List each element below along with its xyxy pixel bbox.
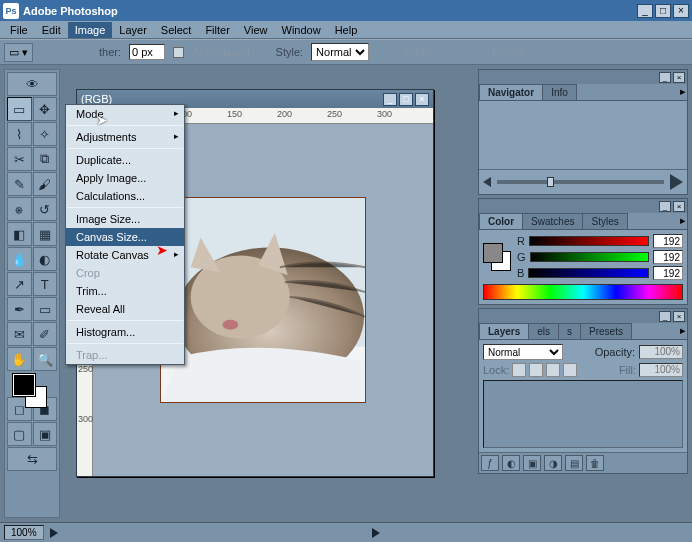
panel-menu-button[interactable]: ▸ — [680, 324, 686, 338]
panel-close-button[interactable]: × — [673, 201, 685, 212]
mi-reveal-all[interactable]: Reveal All — [66, 300, 184, 318]
brush-tool[interactable]: 🖌 — [33, 172, 58, 196]
lasso-tool[interactable]: ⌇ — [7, 122, 32, 146]
new-layer-button[interactable]: ▤ — [565, 455, 583, 471]
doc-maximize-button[interactable]: □ — [399, 93, 413, 106]
notes-tool[interactable]: ✉ — [7, 322, 32, 346]
menu-help[interactable]: Help — [328, 22, 365, 38]
panel-minimize-button[interactable]: _ — [659, 311, 671, 322]
menu-select[interactable]: Select — [154, 22, 199, 38]
gradient-tool[interactable]: ▦ — [33, 222, 58, 246]
r-slider[interactable] — [529, 236, 649, 246]
zoom-tool[interactable]: 🔍 — [33, 347, 58, 371]
menu-edit[interactable]: Edit — [35, 22, 68, 38]
lock-transparency-button[interactable] — [512, 363, 526, 377]
color-swatches[interactable] — [7, 372, 57, 408]
b-slider[interactable] — [528, 268, 649, 278]
marquee-tool[interactable]: ▭ — [7, 97, 32, 121]
menu-view[interactable]: View — [237, 22, 275, 38]
tab-layers[interactable]: Layers — [479, 323, 529, 339]
status-next-icon[interactable] — [372, 528, 380, 538]
navigator-preview[interactable] — [479, 101, 687, 169]
panel-minimize-button[interactable]: _ — [659, 201, 671, 212]
eraser-tool[interactable]: ◧ — [7, 222, 32, 246]
pen-tool[interactable]: ✒ — [7, 297, 32, 321]
layer-style-button[interactable]: ƒ — [481, 455, 499, 471]
zoom-field[interactable]: 100% — [4, 525, 44, 540]
feather-input[interactable] — [129, 44, 165, 60]
slice-tool[interactable]: ⧉ — [33, 147, 58, 171]
hand-tool[interactable]: ✋ — [7, 347, 32, 371]
adjustment-layer-button[interactable]: ◑ — [544, 455, 562, 471]
panel-menu-button[interactable]: ▸ — [680, 85, 686, 99]
menu-file[interactable]: File — [3, 22, 35, 38]
g-slider[interactable] — [530, 252, 649, 262]
canvas[interactable] — [160, 197, 366, 403]
tool-preset-selector[interactable]: ▭ ▾ — [4, 43, 33, 62]
menu-image[interactable]: Image — [68, 22, 113, 38]
heal-tool[interactable]: ✎ — [7, 172, 32, 196]
panel-close-button[interactable]: × — [673, 72, 685, 83]
tab-presets[interactable]: Presets — [580, 323, 632, 339]
new-set-button[interactable]: ▣ — [523, 455, 541, 471]
zoom-in-icon[interactable] — [670, 174, 683, 190]
layer-mask-button[interactable]: ◐ — [502, 455, 520, 471]
blend-mode-select[interactable]: Normal — [483, 344, 563, 360]
status-menu-icon[interactable] — [50, 528, 58, 538]
eyedropper-tool[interactable]: ✐ — [33, 322, 58, 346]
screen-mode-1[interactable]: ▢ — [7, 422, 32, 446]
path-tool[interactable]: ↗ — [7, 272, 32, 296]
type-tool[interactable]: T — [33, 272, 58, 296]
b-input[interactable] — [653, 266, 683, 280]
tab-swatches[interactable]: Swatches — [522, 213, 583, 229]
panel-close-button[interactable]: × — [673, 311, 685, 322]
mi-duplicate[interactable]: Duplicate... — [66, 151, 184, 169]
foreground-swatch[interactable] — [13, 374, 35, 396]
dodge-tool[interactable]: ◐ — [33, 247, 58, 271]
fill-input[interactable]: 100% — [639, 363, 683, 377]
mi-image-size[interactable]: Image Size... — [66, 210, 184, 228]
stamp-tool[interactable]: ⎈ — [7, 197, 32, 221]
opacity-input[interactable]: 100% — [639, 345, 683, 359]
delete-layer-button[interactable]: 🗑 — [586, 455, 604, 471]
layer-list[interactable] — [483, 380, 683, 448]
mi-canvas-size[interactable]: Canvas Size... — [66, 228, 184, 246]
tab-navigator[interactable]: Navigator — [479, 84, 543, 100]
doc-close-button[interactable]: × — [415, 93, 429, 106]
mi-trim[interactable]: Trim... — [66, 282, 184, 300]
tab-styles[interactable]: Styles — [582, 213, 627, 229]
tab-color[interactable]: Color — [479, 213, 523, 229]
close-button[interactable]: × — [673, 4, 689, 18]
mi-adjustments[interactable]: Adjustments — [66, 128, 184, 146]
mi-apply-image[interactable]: Apply Image... — [66, 169, 184, 187]
color-spectrum[interactable] — [483, 284, 683, 300]
tab-paths[interactable]: s — [558, 323, 581, 339]
zoom-slider[interactable] — [497, 180, 664, 184]
mi-histogram[interactable]: Histogram... — [66, 323, 184, 341]
jump-to-button[interactable]: ⇆ — [7, 447, 57, 471]
history-brush-tool[interactable]: ↺ — [33, 197, 58, 221]
menu-layer[interactable]: Layer — [112, 22, 154, 38]
color-swatch-pair[interactable] — [483, 243, 511, 271]
panel-minimize-button[interactable]: _ — [659, 72, 671, 83]
lock-image-button[interactable] — [529, 363, 543, 377]
g-input[interactable] — [653, 250, 683, 264]
r-input[interactable] — [653, 234, 683, 248]
mi-mode[interactable]: Mode — [66, 105, 184, 123]
crop-tool[interactable]: ✂ — [7, 147, 32, 171]
screen-mode-2[interactable]: ▣ — [33, 422, 58, 446]
doc-minimize-button[interactable]: _ — [383, 93, 397, 106]
lock-all-button[interactable] — [563, 363, 577, 377]
shape-tool[interactable]: ▭ — [33, 297, 58, 321]
style-select[interactable]: Normal — [311, 43, 369, 61]
tab-info[interactable]: Info — [542, 84, 577, 100]
panel-menu-button[interactable]: ▸ — [680, 214, 686, 228]
antialiased-checkbox[interactable] — [173, 47, 184, 58]
tab-channels[interactable]: els — [528, 323, 559, 339]
minimize-button[interactable]: _ — [637, 4, 653, 18]
blur-tool[interactable]: 💧 — [7, 247, 32, 271]
menu-filter[interactable]: Filter — [198, 22, 236, 38]
zoom-out-icon[interactable] — [483, 177, 491, 187]
maximize-button[interactable]: □ — [655, 4, 671, 18]
toolbox-header-icon[interactable]: 👁 — [7, 72, 57, 96]
